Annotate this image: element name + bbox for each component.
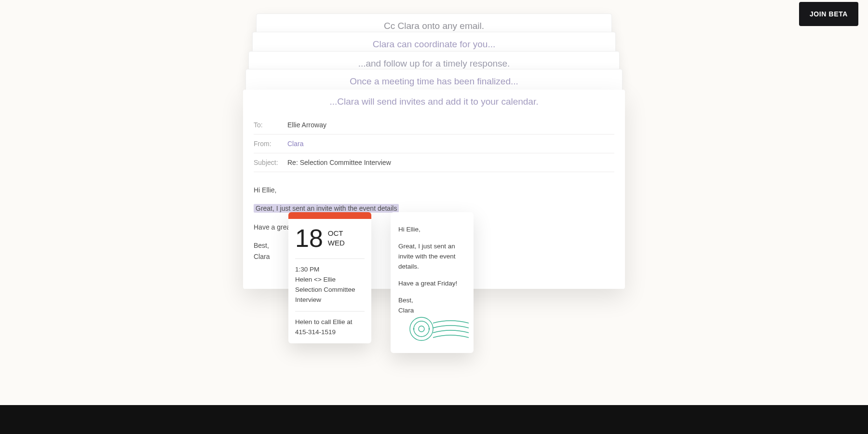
calendar-date-row: 18 OCT WED: [288, 219, 371, 258]
email-signature: Clara: [254, 253, 270, 260]
svg-point-1: [414, 321, 429, 337]
to-label: To:: [254, 121, 279, 129]
email-greeting: Hi Ellie,: [254, 185, 614, 195]
svg-point-4: [429, 328, 430, 330]
calendar-time: 1:30 PM: [295, 265, 365, 275]
calendar-event-block: 1:30 PM Helen <> Ellie Selection Committ…: [288, 259, 371, 311]
svg-point-2: [419, 326, 424, 332]
email-headline: ...Clara will send invites and add it to…: [243, 90, 625, 116]
join-beta-button[interactable]: JOIN BETA: [799, 2, 858, 26]
calendar-event-subtitle: Selection Committee Interview: [295, 285, 365, 305]
postage-stamp-icon: [407, 314, 469, 343]
email-subject-row: Subject: Re: Selection Committee Intervi…: [254, 153, 614, 172]
subject-label: Subject:: [254, 159, 279, 166]
from-label: From:: [254, 140, 279, 148]
calendar-note-block: Helen to call Ellie at 415-314-1519: [288, 312, 371, 343]
note-signoff: Best,: [398, 297, 413, 304]
email-highlight: Great, I just sent an invite with the ev…: [254, 204, 399, 213]
email-to-row: To: Ellie Arroway: [254, 116, 614, 135]
note-body: Great, I just sent an invite with the ev…: [398, 242, 466, 272]
calendar-day-number: 18: [295, 226, 323, 251]
email-from-row: From: Clara: [254, 135, 614, 153]
note-card: Hi Ellie, Great, I just sent an invite w…: [391, 212, 474, 353]
calendar-accent-bar: [288, 212, 371, 219]
note-greeting: Hi Ellie,: [398, 225, 466, 235]
note-line-3: Have a great Friday!: [398, 279, 466, 289]
subject-value: Re: Selection Committee Interview: [287, 159, 391, 166]
calendar-event-title: Helen <> Ellie: [295, 275, 365, 285]
page-root: JOIN BETA Cc Clara onto any email. Clara…: [0, 0, 868, 434]
calendar-note: Helen to call Ellie at 415-314-1519: [295, 317, 365, 338]
svg-point-3: [413, 328, 415, 330]
calendar-weekday: WED: [328, 238, 345, 248]
calendar-month: OCT: [328, 229, 345, 238]
note-signature: Clara: [398, 307, 414, 314]
email-signoff: Best,: [254, 242, 269, 249]
from-value: Clara: [287, 140, 303, 148]
footer-bar: [0, 405, 868, 434]
calendar-card: 18 OCT WED 1:30 PM Helen <> Ellie Select…: [288, 212, 371, 343]
to-value: Ellie Arroway: [287, 121, 326, 129]
